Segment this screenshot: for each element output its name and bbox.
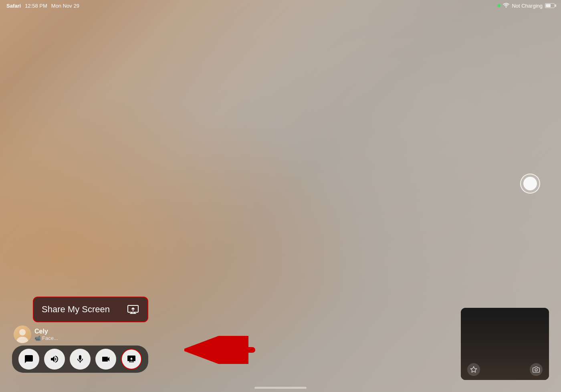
status-time: 12:58 PM [25, 3, 47, 9]
assistive-touch-inner [523, 177, 537, 190]
caller-name: Cely [34, 328, 58, 335]
caller-app: Face... [42, 335, 58, 341]
battery-icon [545, 3, 555, 8]
status-left: Safari 12:58 PM Mon Nov 29 [6, 3, 79, 9]
svg-point-2 [19, 329, 26, 335]
share-screen-label: Share My Screen [42, 304, 122, 315]
screen-share-button[interactable] [121, 349, 142, 370]
svg-point-7 [535, 369, 537, 371]
status-right: Not Charging [497, 2, 555, 9]
caller-avatar [14, 325, 31, 343]
status-date: Mon Nov 29 [51, 3, 79, 9]
home-indicator[interactable] [254, 387, 307, 389]
svg-marker-6 [471, 367, 477, 372]
assistive-touch-button[interactable] [520, 174, 540, 194]
red-arrow-annotation [184, 336, 256, 364]
status-bar: Safari 12:58 PM Mon Nov 29 Not Charging [0, 0, 561, 11]
share-screen-icon [127, 303, 139, 316]
camera-button[interactable] [95, 349, 116, 370]
speaker-button[interactable] [44, 349, 65, 370]
controls-row [12, 346, 148, 373]
wifi-icon [503, 2, 509, 9]
svg-point-3 [17, 337, 28, 343]
caller-row: Cely 📹 Face... [12, 325, 148, 343]
microphone-button[interactable] [70, 349, 91, 370]
message-button[interactable] [18, 349, 39, 370]
wifi-signal-dot [497, 4, 500, 7]
caller-subtitle: 📹 Face... [34, 335, 58, 341]
video-preview-controls [461, 363, 549, 376]
svg-point-0 [506, 7, 507, 8]
share-screen-tooltip[interactable]: Share My Screen [33, 297, 148, 322]
video-indicator-icon: 📹 [34, 335, 41, 341]
preview-camera-icon[interactable] [530, 363, 543, 376]
preview-star-icon[interactable] [467, 363, 480, 376]
facetime-panel: Share My Screen Cely 📹 Face... [12, 297, 148, 373]
caller-info: Cely 📹 Face... [34, 328, 58, 341]
status-app-name: Safari [6, 3, 21, 9]
battery-level [546, 4, 551, 7]
video-preview [461, 308, 549, 380]
battery-status-text: Not Charging [512, 3, 543, 9]
